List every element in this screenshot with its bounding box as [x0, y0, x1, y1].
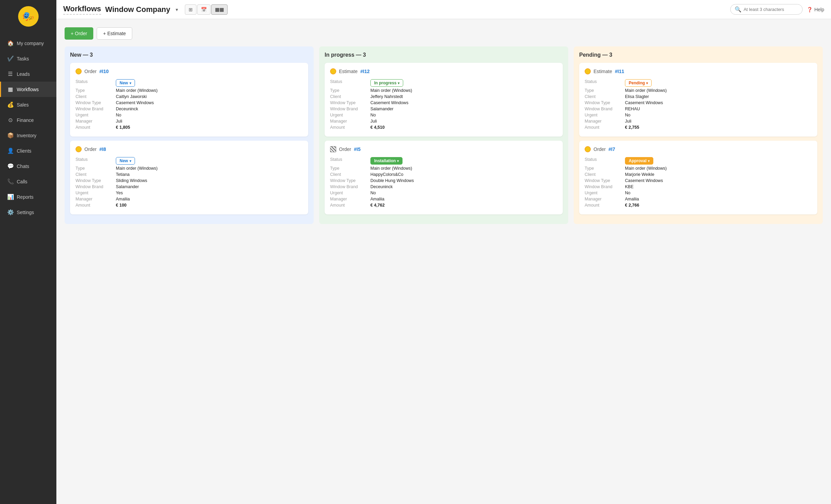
sidebar-item-clients[interactable]: 👤 Clients [0, 143, 56, 158]
badge-dropdown-icon[interactable]: ▾ [648, 159, 650, 163]
card-row-window-brand: Window Brand Deceuninck [330, 184, 557, 189]
card-id[interactable]: #I5 [354, 146, 360, 152]
card-row-window-type: Window Type Casement Windows [76, 100, 303, 105]
status-badge[interactable]: Pending ▾ [625, 79, 812, 87]
kanban-card[interactable]: Estimate #I12 Status In progress ▾ Type … [325, 63, 563, 137]
settings-icon: ⚙️ [7, 209, 13, 215]
client-label: Client [585, 94, 622, 99]
badge-dropdown-icon[interactable]: ▾ [130, 159, 131, 163]
card-id[interactable]: #I7 [609, 146, 615, 152]
company-dropdown-icon[interactable]: ▾ [176, 7, 178, 12]
manager-value: Juli [116, 119, 303, 124]
window-type-label: Window Type [76, 100, 113, 105]
sidebar-item-calls[interactable]: 📞 Calls [0, 174, 56, 189]
client-value: HappyColors&Co [370, 172, 557, 177]
status-badge-value[interactable]: In progress ▾ [370, 79, 403, 87]
card-type-label: Estimate [339, 69, 357, 74]
card-row-urgent: Urgent Yes [76, 191, 303, 195]
status-badge[interactable]: New ▾ [116, 157, 303, 165]
sidebar-item-finance[interactable]: ⊙ Finance [0, 112, 56, 128]
sidebar-item-my-company[interactable]: 🏠 My company [0, 36, 56, 51]
type-label: Type [330, 88, 368, 93]
window-brand-value: Salamander [370, 107, 557, 111]
card-id[interactable]: #I10 [99, 69, 109, 74]
help-button[interactable]: ❓ Help [807, 7, 824, 12]
status-badge[interactable]: Installation ▾ [370, 157, 557, 165]
status-badge-value[interactable]: Approval ▾ [625, 157, 653, 165]
sidebar-item-label-reports: Reports [17, 194, 33, 200]
sidebar-item-chats[interactable]: 💬 Chats [0, 158, 56, 174]
card-row-type: Type Main order (Windows) [76, 88, 303, 93]
sidebar-item-settings[interactable]: ⚙️ Settings [0, 205, 56, 220]
sidebar-item-leads[interactable]: ☰ Leads [0, 66, 56, 82]
search-box: 🔍 [730, 4, 803, 15]
kanban-card[interactable]: Order #I10 Status New ▾ Type Main order … [70, 63, 308, 137]
status-badge[interactable]: In progress ▾ [370, 79, 557, 87]
card-row-status: Status New ▾ [76, 157, 303, 165]
card-row-status: Status Approval ▾ [585, 157, 812, 165]
card-id[interactable]: #I12 [360, 69, 369, 74]
search-input[interactable] [744, 7, 798, 12]
sidebar-item-sales[interactable]: 💰 Sales [0, 97, 56, 112]
card-row-status: Status Pending ▾ [585, 79, 812, 87]
manager-label: Manager [330, 119, 368, 124]
card-row-amount: Amount € 2,766 [585, 203, 812, 208]
manager-label: Manager [585, 197, 622, 201]
card-status-icon [76, 68, 82, 74]
card-row-window-type: Window Type Casement Windows [585, 178, 812, 183]
amount-value: € 2,766 [625, 203, 812, 208]
badge-dropdown-icon[interactable]: ▾ [646, 81, 648, 85]
window-brand-label: Window Brand [76, 184, 113, 189]
urgent-label: Urgent [330, 113, 368, 117]
urgent-label: Urgent [76, 191, 113, 195]
calendar-view-button[interactable]: 📅 [197, 4, 210, 15]
sidebar-item-workflows[interactable]: ▦ Workflows [0, 82, 56, 97]
client-label: Client [330, 172, 368, 177]
window-brand-label: Window Brand [330, 107, 368, 111]
window-brand-value: Deceuninck [370, 184, 557, 189]
status-badge[interactable]: New ▾ [116, 79, 303, 87]
sidebar-item-reports[interactable]: 📊 Reports [0, 189, 56, 205]
grid-view-button[interactable]: ⊞ [185, 4, 196, 15]
status-badge-value[interactable]: Pending ▾ [625, 79, 652, 87]
kanban-view-button[interactable]: ▦▦ [211, 4, 228, 15]
card-row-window-type: Window Type Sliding Windows [76, 178, 303, 183]
badge-dropdown-icon[interactable]: ▾ [397, 159, 399, 163]
my-company-icon: 🏠 [7, 40, 13, 46]
card-row-type: Type Main order (Windows) [76, 166, 303, 171]
card-row-manager: Manager Amaliia [76, 197, 303, 201]
badge-dropdown-icon[interactable]: ▾ [398, 81, 399, 85]
urgent-value: No [625, 113, 812, 117]
status-badge[interactable]: Approval ▾ [625, 157, 812, 165]
order-button[interactable]: + Order [65, 27, 93, 40]
status-badge-value[interactable]: New ▾ [116, 79, 135, 87]
urgent-value: No [370, 191, 557, 195]
sidebar-item-tasks[interactable]: ✔️ Tasks [0, 51, 56, 66]
badge-dropdown-icon[interactable]: ▾ [130, 81, 131, 85]
type-value: Main order (Windows) [370, 166, 557, 171]
kanban-card[interactable]: Estimate #I11 Status Pending ▾ Type Main… [579, 63, 817, 137]
search-icon: 🔍 [735, 6, 741, 13]
tasks-icon: ✔️ [7, 55, 13, 62]
col-header-inprogress: In progress — 3 [325, 52, 563, 58]
window-brand-value: KBE [625, 184, 812, 189]
card-row-amount: Amount € 4,510 [330, 125, 557, 130]
card-row-status: Status Installation ▾ [330, 157, 557, 165]
chats-icon: 💬 [7, 163, 13, 169]
kanban-card[interactable]: Order #I7 Status Approval ▾ Type Main or… [579, 141, 817, 214]
amount-value: € 4,762 [370, 203, 557, 208]
card-id[interactable]: #I11 [615, 69, 624, 74]
type-value: Main order (Windows) [370, 88, 557, 93]
amount-label: Amount [76, 125, 113, 130]
card-id[interactable]: #I8 [99, 146, 106, 152]
kanban-col-inprogress: In progress — 3 Estimate #I12 Status In … [319, 46, 568, 224]
kanban-card[interactable]: Order #I8 Status New ▾ Type Main order (… [70, 141, 308, 214]
type-value: Main order (Windows) [625, 166, 812, 171]
estimate-button[interactable]: + Estimate [97, 27, 133, 40]
kanban-card[interactable]: Order #I5 Status Installation ▾ Type Mai… [325, 141, 563, 214]
sidebar-item-inventory[interactable]: 📦 Inventory [0, 128, 56, 143]
status-badge-value[interactable]: New ▾ [116, 157, 135, 165]
status-badge-value[interactable]: Installation ▾ [370, 157, 403, 165]
type-label: Type [330, 166, 368, 171]
type-label: Type [76, 88, 113, 93]
